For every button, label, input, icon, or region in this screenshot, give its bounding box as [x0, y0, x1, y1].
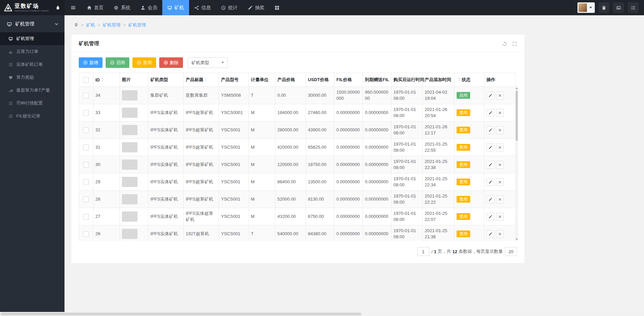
nav-item-member[interactable]: 会员 — [135, 0, 162, 15]
breadcrumb-link[interactable]: 矿机管理 — [103, 22, 121, 28]
cell-title: IPFS超算矿机 — [184, 173, 219, 191]
nav-item-info[interactable]: 信息 — [189, 0, 216, 15]
edit-button[interactable] — [486, 230, 494, 238]
delete-row-button[interactable] — [496, 230, 504, 238]
row-checkbox[interactable] — [83, 110, 89, 116]
cell-type: IPFS实体矿机 — [148, 173, 184, 191]
col-header[interactable]: 状态 — [455, 73, 484, 87]
header-row: ID图片矿机类型产品标题产品型号计量单位产品价格USDT价格FIL价格到期赠送F… — [79, 73, 516, 87]
col-header-label: FIL价格 — [336, 77, 352, 82]
edit-button[interactable] — [486, 109, 494, 117]
sidebar-header[interactable]: 矿机管理 — [0, 15, 65, 32]
row-checkbox[interactable] — [83, 145, 89, 150]
add-button[interactable]: 新增 — [79, 57, 103, 68]
breadcrumb-link[interactable]: 矿机管理 — [128, 22, 146, 28]
enable-button[interactable]: 启用 — [106, 57, 129, 68]
menu-toggle-button[interactable] — [65, 0, 82, 15]
scroll-thumb[interactable] — [516, 91, 518, 141]
col-header[interactable]: 产品标题 — [184, 73, 219, 87]
scroll-up-arrow[interactable] — [515, 87, 518, 90]
sidebar-item-4[interactable]: 最新算力单T产量 — [0, 84, 65, 97]
status-badge: 禁用 — [457, 144, 470, 151]
col-header-label: 到期赠送FIL — [365, 77, 389, 82]
user-menu[interactable] — [577, 2, 595, 13]
delete-row-button[interactable] — [496, 109, 504, 117]
delete-row-button[interactable] — [496, 161, 504, 169]
expand-icon[interactable] — [512, 41, 517, 46]
sidebar-item-1[interactable]: 云算力订单 — [0, 45, 65, 58]
delete-row-button[interactable] — [496, 92, 504, 99]
cell-fil: 0.00000000 — [334, 122, 363, 139]
row-checkbox[interactable] — [83, 93, 89, 98]
topbar-right — [577, 0, 644, 15]
edit-button[interactable] — [486, 92, 494, 99]
cell-title: IPFS实体超算矿机 — [184, 208, 219, 225]
sidebar-item-2[interactable]: 实体矿机订单 — [0, 58, 65, 71]
scroll-down-arrow[interactable] — [515, 238, 518, 241]
col-header: FIL价格 — [334, 73, 363, 87]
row-checkbox[interactable] — [83, 231, 89, 237]
row-checkbox[interactable] — [83, 179, 89, 185]
cell-fil: 0.00000000 — [334, 104, 363, 122]
nav-item-stats[interactable]: 统计 — [216, 0, 243, 15]
cell-gift_fil: 950.00000000 — [363, 87, 391, 104]
edit-button[interactable] — [486, 161, 494, 169]
delete-row-button[interactable] — [496, 178, 504, 186]
sort-icon — [457, 77, 461, 81]
nav-item-lottery[interactable]: 抽奖 — [243, 0, 270, 15]
nav-item-apps[interactable] — [270, 0, 284, 15]
row-checkbox[interactable] — [83, 214, 89, 220]
pagination-total-pages: 1 — [434, 249, 436, 254]
refresh-icon[interactable] — [502, 41, 507, 46]
edit-button[interactable] — [486, 126, 494, 134]
delete-row-button[interactable] — [496, 126, 504, 134]
sidebar-header-label: 矿机管理 — [15, 21, 34, 27]
breadcrumb-link[interactable]: 矿机 — [86, 22, 95, 28]
cell-model: YSCS001 — [219, 225, 249, 241]
status-badge: 启用 — [457, 92, 470, 99]
row-checkbox[interactable] — [83, 162, 89, 168]
disable-button[interactable]: 禁用 — [132, 57, 156, 68]
nav-item-home[interactable]: 首页 — [82, 0, 109, 15]
nav-item-miner[interactable]: 矿机 — [162, 0, 189, 15]
cell-image — [120, 156, 148, 173]
sidebar-item-3[interactable]: 算力奖励 — [0, 71, 65, 84]
sidebar-item-6[interactable]: FIL锁仓记录 — [0, 110, 65, 123]
col-header[interactable]: ID — [93, 73, 120, 87]
col-header-label: 图片 — [122, 77, 131, 82]
row-checkbox[interactable] — [83, 197, 89, 202]
sidebar-item-0[interactable]: 矿机管理 — [0, 32, 65, 45]
pin-icon — [74, 23, 78, 27]
miner-type-select[interactable]: 矿机类型 — [188, 57, 228, 68]
list-button[interactable] — [628, 2, 639, 13]
edit-button[interactable] — [486, 196, 494, 203]
share-icon — [194, 5, 199, 10]
cell-price: 420000.00 — [275, 139, 306, 156]
horizontal-scrollbar[interactable] — [0, 312, 644, 316]
delete-row-button[interactable] — [496, 144, 504, 151]
trash-button[interactable] — [599, 2, 609, 13]
brand-logo[interactable]: 亚数矿场 ADAM DIGITAL CURRENCY MINING — [0, 0, 65, 15]
select-all-checkbox[interactable] — [83, 77, 89, 83]
col-header: 购买后运行时间 — [391, 73, 423, 87]
page-input[interactable] — [417, 247, 429, 256]
delete-button[interactable]: 删除 — [159, 57, 183, 68]
cell-unit: T — [249, 225, 275, 241]
horizontal-scroll-thumb[interactable] — [1, 313, 361, 315]
list-panel-icon — [631, 5, 636, 10]
edit-button[interactable] — [486, 213, 494, 221]
table-scrollbar[interactable] — [515, 87, 518, 241]
nav-item-system[interactable]: 系统 — [109, 0, 135, 15]
delete-row-button[interactable] — [496, 213, 504, 221]
filter-select-value: 矿机类型 — [191, 60, 209, 66]
edit-button[interactable] — [486, 178, 494, 186]
page-size-input[interactable] — [505, 247, 517, 256]
delete-row-button[interactable] — [496, 196, 504, 203]
row-checkbox[interactable] — [83, 127, 89, 133]
cell-added: 2021-01-25 21:36 — [423, 225, 455, 241]
image-button[interactable] — [613, 2, 624, 13]
cell-added: 2021-01-25 22:34 — [423, 173, 455, 191]
sidebar-item-5[interactable]: 币种行情配置 — [0, 97, 65, 110]
monitor-icon — [8, 37, 13, 41]
edit-button[interactable] — [486, 144, 494, 151]
